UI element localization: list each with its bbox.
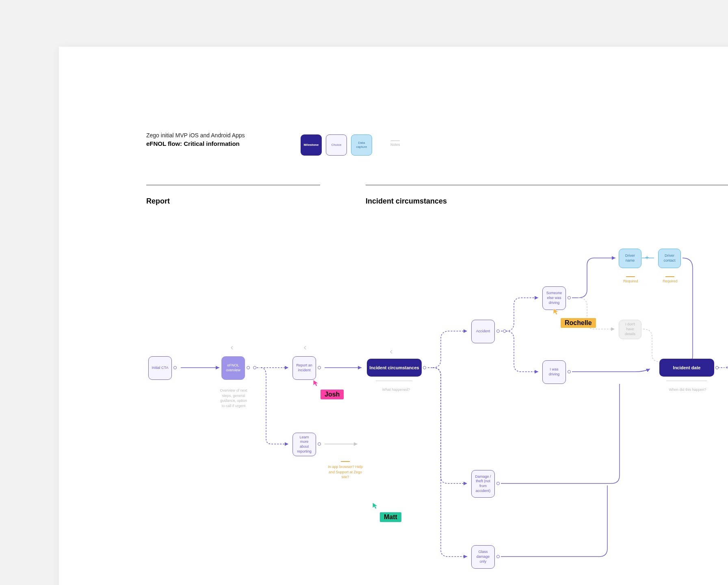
port[interactable]: [253, 366, 256, 369]
divider: [146, 185, 320, 185]
port[interactable]: [247, 366, 250, 369]
node-glass[interactable]: Glass damage only: [471, 545, 495, 569]
cursor-arrow-icon: [372, 502, 379, 510]
port[interactable]: [568, 296, 571, 299]
node-driver-contact[interactable]: Driver contact: [658, 249, 681, 268]
node-incident-date[interactable]: Incident date: [659, 359, 714, 377]
back-icon: [230, 345, 234, 350]
node-i-was-driving[interactable]: I was driving: [542, 360, 566, 384]
canvas[interactable]: Zego initial MVP iOS and Android Apps eF…: [59, 47, 728, 585]
node-initial-cta[interactable]: Initial CTA: [148, 356, 172, 380]
node-someone-else[interactable]: Someone else was driving: [542, 286, 566, 310]
legend-choice: Choice: [326, 134, 347, 156]
header: Zego initial MVP iOS and Android Apps eF…: [146, 132, 245, 147]
divider: [366, 185, 728, 185]
back-icon: [303, 345, 308, 350]
caption-overview: Overview of next steps, general guidance…: [219, 388, 248, 408]
legend: Milestone Choice Data capture Notes: [301, 134, 400, 156]
cursor-rochelle-label: Rochelle: [561, 318, 596, 328]
header-subtitle: Zego initial MVP iOS and Android Apps: [146, 132, 245, 139]
note-learn-more: In-app browser? Help and Support at Zego…: [327, 461, 364, 480]
section-report: Report: [146, 197, 170, 206]
caption-what-happened: What happened?: [378, 387, 414, 392]
cursor-arrow-icon: [552, 308, 560, 316]
port[interactable]: [173, 366, 177, 369]
cursor-matt-label: Matt: [380, 512, 401, 522]
node-dont-have-details[interactable]: I don't have details: [619, 320, 641, 339]
divider: [376, 381, 412, 381]
caption-when-happen: When did this happen?: [668, 387, 707, 392]
node-incident-circumstances[interactable]: Incident circumstances: [367, 359, 422, 377]
port[interactable]: [503, 329, 506, 333]
node-report-incident[interactable]: Report an incident: [292, 356, 316, 380]
port[interactable]: [715, 366, 719, 369]
port[interactable]: [496, 482, 500, 485]
cursor-josh-label: Josh: [321, 390, 344, 399]
port[interactable]: [496, 329, 500, 333]
port[interactable]: [318, 442, 321, 446]
port[interactable]: [568, 370, 571, 373]
header-title: eFNOL flow: Critical information: [146, 140, 245, 147]
legend-notes: Notes: [390, 141, 400, 147]
node-damage-theft[interactable]: Damage / theft (not from accident): [471, 470, 495, 498]
back-icon: [389, 349, 394, 354]
section-incident: Incident circumstances: [366, 197, 447, 206]
node-learn-more[interactable]: Learn more about reporting: [292, 433, 316, 456]
required-label: Required: [623, 276, 638, 283]
node-accident[interactable]: Accident: [471, 320, 495, 343]
port[interactable]: [318, 366, 321, 369]
cursor-rochelle: Rochelle: [552, 308, 596, 328]
cursor-arrow-icon: [312, 379, 320, 387]
node-efnol-overview[interactable]: eFNOL overview: [221, 356, 245, 380]
cursor-josh: Josh: [312, 379, 344, 399]
port[interactable]: [423, 366, 426, 369]
cursor-matt: Matt: [372, 502, 401, 522]
required-label: Required: [663, 276, 677, 283]
divider: [666, 381, 707, 381]
port[interactable]: [496, 555, 500, 558]
plus-icon: +: [645, 254, 649, 261]
legend-data-capture: Data capture: [351, 134, 372, 156]
legend-milestone: Milestone: [301, 134, 322, 156]
node-driver-name[interactable]: Driver name: [619, 249, 641, 268]
